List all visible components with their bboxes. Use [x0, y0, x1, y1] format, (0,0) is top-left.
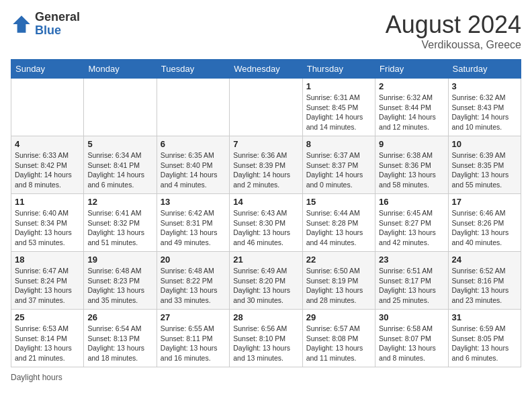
day-number: 30 — [379, 312, 444, 322]
day-number: 15 — [306, 197, 371, 207]
calendar-cell: 16Sunrise: 6:45 AMSunset: 8:27 PMDayligh… — [375, 194, 448, 252]
day-info: Sunrise: 6:38 AMSunset: 8:36 PMDaylight:… — [379, 150, 444, 190]
day-info: Sunrise: 6:51 AMSunset: 8:17 PMDaylight:… — [379, 266, 444, 306]
day-number: 4 — [15, 139, 80, 149]
calendar-week-4: 18Sunrise: 6:47 AMSunset: 8:24 PMDayligh… — [11, 252, 521, 310]
logo-general-text: General — [35, 11, 80, 24]
calendar-cell: 23Sunrise: 6:51 AMSunset: 8:17 PMDayligh… — [375, 252, 448, 310]
calendar-cell: 18Sunrise: 6:47 AMSunset: 8:24 PMDayligh… — [11, 252, 84, 310]
day-info: Sunrise: 6:37 AMSunset: 8:37 PMDaylight:… — [306, 150, 371, 190]
calendar-cell: 8Sunrise: 6:37 AMSunset: 8:37 PMDaylight… — [302, 136, 375, 194]
calendar-cell: 10Sunrise: 6:39 AMSunset: 8:35 PMDayligh… — [448, 136, 521, 194]
calendar-cell: 6Sunrise: 6:35 AMSunset: 8:40 PMDaylight… — [157, 136, 229, 194]
day-number: 28 — [233, 312, 298, 322]
day-number: 8 — [306, 139, 371, 149]
calendar-cell: 31Sunrise: 6:59 AMSunset: 8:05 PMDayligh… — [448, 310, 521, 367]
day-number: 31 — [452, 312, 517, 322]
day-info: Sunrise: 6:31 AMSunset: 8:45 PMDaylight:… — [306, 93, 371, 132]
logo-icon — [11, 13, 32, 35]
day-number: 2 — [379, 81, 444, 91]
calendar-cell — [84, 79, 157, 136]
calendar-cell: 28Sunrise: 6:56 AMSunset: 8:10 PMDayligh… — [230, 310, 302, 367]
day-number: 12 — [87, 197, 152, 207]
day-number: 14 — [233, 197, 298, 207]
day-info: Sunrise: 6:46 AMSunset: 8:26 PMDaylight:… — [452, 208, 517, 248]
day-number: 13 — [161, 197, 226, 207]
day-number: 7 — [233, 139, 298, 149]
logo-text: General Blue — [35, 11, 80, 38]
day-number: 19 — [87, 255, 152, 265]
day-number: 11 — [15, 197, 80, 207]
calendar-cell: 12Sunrise: 6:41 AMSunset: 8:32 PMDayligh… — [84, 194, 157, 252]
day-info: Sunrise: 6:53 AMSunset: 8:14 PMDaylight:… — [15, 324, 80, 363]
day-info: Sunrise: 6:42 AMSunset: 8:31 PMDaylight:… — [161, 208, 226, 248]
calendar-week-5: 25Sunrise: 6:53 AMSunset: 8:14 PMDayligh… — [11, 310, 521, 367]
day-info: Sunrise: 6:39 AMSunset: 8:35 PMDaylight:… — [452, 150, 517, 190]
calendar-cell: 19Sunrise: 6:48 AMSunset: 8:23 PMDayligh… — [84, 252, 157, 310]
calendar-cell: 17Sunrise: 6:46 AMSunset: 8:26 PMDayligh… — [448, 194, 521, 252]
weekday-wednesday: Wednesday — [230, 60, 302, 79]
day-number: 6 — [161, 139, 226, 149]
calendar-cell: 26Sunrise: 6:54 AMSunset: 8:13 PMDayligh… — [84, 310, 157, 367]
day-info: Sunrise: 6:35 AMSunset: 8:40 PMDaylight:… — [161, 150, 226, 190]
calendar-cell: 11Sunrise: 6:40 AMSunset: 8:34 PMDayligh… — [11, 194, 84, 252]
day-number: 20 — [161, 255, 226, 265]
calendar-cell: 5Sunrise: 6:34 AMSunset: 8:41 PMDaylight… — [84, 136, 157, 194]
day-number: 22 — [306, 255, 371, 265]
calendar-cell: 30Sunrise: 6:58 AMSunset: 8:07 PMDayligh… — [375, 310, 448, 367]
day-number: 10 — [452, 139, 517, 149]
calendar-cell: 14Sunrise: 6:43 AMSunset: 8:30 PMDayligh… — [230, 194, 302, 252]
calendar-week-3: 11Sunrise: 6:40 AMSunset: 8:34 PMDayligh… — [11, 194, 521, 252]
svg-marker-0 — [13, 15, 30, 33]
day-info: Sunrise: 6:32 AMSunset: 8:43 PMDaylight:… — [452, 93, 517, 132]
calendar-cell: 22Sunrise: 6:50 AMSunset: 8:19 PMDayligh… — [302, 252, 375, 310]
calendar-cell: 20Sunrise: 6:48 AMSunset: 8:22 PMDayligh… — [157, 252, 229, 310]
day-info: Sunrise: 6:56 AMSunset: 8:10 PMDaylight:… — [233, 324, 298, 363]
day-info: Sunrise: 6:45 AMSunset: 8:27 PMDaylight:… — [379, 208, 444, 248]
location-title: Verdikoussa, Greece — [386, 39, 521, 51]
day-info: Sunrise: 6:41 AMSunset: 8:32 PMDaylight:… — [87, 208, 152, 248]
day-info: Sunrise: 6:58 AMSunset: 8:07 PMDaylight:… — [379, 324, 444, 363]
calendar-cell — [230, 79, 302, 136]
calendar-cell: 15Sunrise: 6:44 AMSunset: 8:28 PMDayligh… — [302, 194, 375, 252]
page-header: General Blue August 2024 Verdikoussa, Gr… — [11, 11, 521, 51]
day-number: 29 — [306, 312, 371, 322]
day-info: Sunrise: 6:32 AMSunset: 8:44 PMDaylight:… — [379, 93, 444, 132]
title-block: August 2024 Verdikoussa, Greece — [386, 11, 521, 51]
calendar-cell: 3Sunrise: 6:32 AMSunset: 8:43 PMDaylight… — [448, 79, 521, 136]
day-number: 16 — [379, 197, 444, 207]
weekday-sunday: Sunday — [11, 60, 84, 79]
day-number: 24 — [452, 255, 517, 265]
calendar-week-1: 1Sunrise: 6:31 AMSunset: 8:45 PMDaylight… — [11, 79, 521, 136]
day-number: 25 — [15, 312, 80, 322]
day-info: Sunrise: 6:33 AMSunset: 8:42 PMDaylight:… — [15, 150, 80, 190]
day-info: Sunrise: 6:59 AMSunset: 8:05 PMDaylight:… — [452, 324, 517, 363]
weekday-saturday: Saturday — [448, 60, 521, 79]
day-info: Sunrise: 6:50 AMSunset: 8:19 PMDaylight:… — [306, 266, 371, 306]
logo-blue-text: Blue — [35, 24, 80, 38]
day-number: 3 — [452, 81, 517, 91]
calendar-week-2: 4Sunrise: 6:33 AMSunset: 8:42 PMDaylight… — [11, 136, 521, 194]
day-info: Sunrise: 6:54 AMSunset: 8:13 PMDaylight:… — [87, 324, 152, 363]
calendar-cell: 27Sunrise: 6:55 AMSunset: 8:11 PMDayligh… — [157, 310, 229, 367]
calendar-cell: 1Sunrise: 6:31 AMSunset: 8:45 PMDaylight… — [302, 79, 375, 136]
calendar-cell: 24Sunrise: 6:52 AMSunset: 8:16 PMDayligh… — [448, 252, 521, 310]
day-number: 5 — [87, 139, 152, 149]
calendar-cell: 7Sunrise: 6:36 AMSunset: 8:39 PMDaylight… — [230, 136, 302, 194]
day-number: 23 — [379, 255, 444, 265]
day-number: 26 — [87, 312, 152, 322]
day-number: 17 — [452, 197, 517, 207]
day-info: Sunrise: 6:44 AMSunset: 8:28 PMDaylight:… — [306, 208, 371, 248]
calendar-cell: 2Sunrise: 6:32 AMSunset: 8:44 PMDaylight… — [375, 79, 448, 136]
calendar-cell: 9Sunrise: 6:38 AMSunset: 8:36 PMDaylight… — [375, 136, 448, 194]
day-number: 27 — [161, 312, 226, 322]
day-info: Sunrise: 6:34 AMSunset: 8:41 PMDaylight:… — [87, 150, 152, 190]
month-title: August 2024 — [386, 11, 521, 39]
day-info: Sunrise: 6:52 AMSunset: 8:16 PMDaylight:… — [452, 266, 517, 306]
day-info: Sunrise: 6:55 AMSunset: 8:11 PMDaylight:… — [161, 324, 226, 363]
calendar-cell — [11, 79, 84, 136]
day-info: Sunrise: 6:40 AMSunset: 8:34 PMDaylight:… — [15, 208, 80, 248]
calendar-cell: 13Sunrise: 6:42 AMSunset: 8:31 PMDayligh… — [157, 194, 229, 252]
day-number: 1 — [306, 81, 371, 91]
day-number: 9 — [379, 139, 444, 149]
